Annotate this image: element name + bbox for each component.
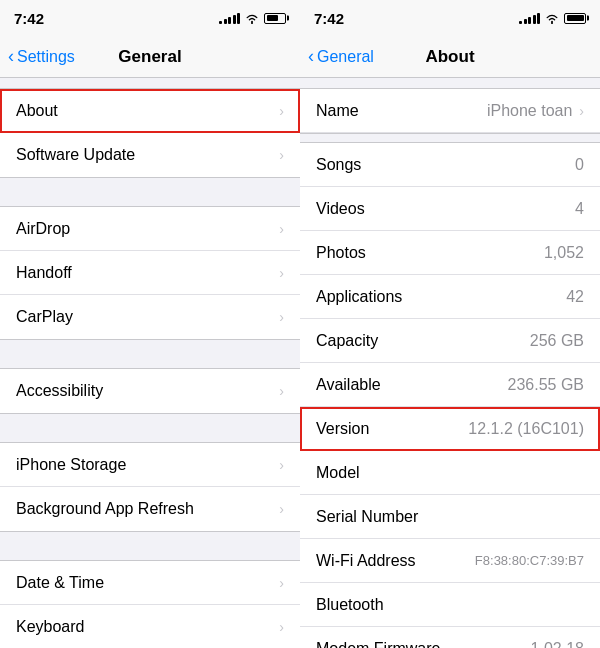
section-gap-5 (0, 532, 300, 560)
photos-value: 1,052 (544, 244, 584, 262)
videos-label: Videos (316, 200, 365, 218)
iphone-storage-label: iPhone Storage (16, 456, 126, 474)
background-app-refresh-label: Background App Refresh (16, 500, 194, 518)
left-back-label: Settings (17, 48, 75, 66)
back-chevron-icon: ‹ (8, 46, 14, 67)
applications-row: Applications 42 (300, 275, 600, 319)
date-time-row[interactable]: Date & Time › (0, 561, 300, 605)
videos-row: Videos 4 (300, 187, 600, 231)
date-time-chevron-icon: › (279, 575, 284, 591)
right-status-time: 7:42 (314, 10, 344, 27)
keyboard-chevron-icon: › (279, 619, 284, 635)
about-row[interactable]: About › (0, 89, 300, 133)
section-gap-1 (0, 78, 300, 88)
airdrop-chevron-icon: › (279, 221, 284, 237)
modem-firmware-label: Modem Firmware (316, 640, 440, 649)
left-status-bar: 7:42 (0, 0, 300, 36)
background-app-refresh-right: › (277, 501, 284, 517)
battery-icon (264, 13, 286, 24)
capacity-value: 256 GB (530, 332, 584, 350)
accessibility-chevron-icon: › (279, 383, 284, 399)
iphone-storage-row[interactable]: iPhone Storage › (0, 443, 300, 487)
videos-value: 4 (575, 200, 584, 218)
right-wifi-icon (545, 13, 559, 24)
name-chevron-icon: › (579, 103, 584, 119)
right-battery-icon (564, 13, 586, 24)
handoff-chevron-icon: › (279, 265, 284, 281)
serial-number-label: Serial Number (316, 508, 418, 526)
wifi-address-value: F8:38:80:C7:39:B7 (475, 553, 584, 568)
name-label: Name (316, 102, 359, 120)
keyboard-row[interactable]: Keyboard › (0, 605, 300, 648)
photos-label: Photos (316, 244, 366, 262)
bluetooth-label: Bluetooth (316, 596, 384, 614)
modem-firmware-value: 1.02.18 (531, 640, 584, 649)
name-right: iPhone toan › (487, 102, 584, 120)
accessibility-row[interactable]: Accessibility › (0, 369, 300, 413)
about-chevron-icon: › (279, 103, 284, 119)
applications-label: Applications (316, 288, 402, 306)
right-back-button[interactable]: ‹ General (308, 47, 374, 67)
software-update-row[interactable]: Software Update › (0, 133, 300, 177)
wifi-address-label: Wi-Fi Address (316, 552, 416, 570)
capacity-row: Capacity 256 GB (300, 319, 600, 363)
about-right: › (277, 103, 284, 119)
photos-row: Photos 1,052 (300, 231, 600, 275)
carplay-row[interactable]: CarPlay › (0, 295, 300, 339)
right-status-icons (519, 13, 586, 24)
section-group-1: About › Software Update › (0, 88, 300, 178)
wifi-address-row: Wi-Fi Address F8:38:80:C7:39:B7 (300, 539, 600, 583)
handoff-row[interactable]: Handoff › (0, 251, 300, 295)
left-back-button[interactable]: ‹ Settings (8, 47, 75, 67)
modem-firmware-row: Modem Firmware 1.02.18 (300, 627, 600, 648)
section-gap-2 (0, 178, 300, 206)
handoff-right: › (277, 265, 284, 281)
iphone-storage-right: › (277, 457, 284, 473)
name-value: iPhone toan (487, 102, 572, 120)
handoff-label: Handoff (16, 264, 72, 282)
wifi-icon (245, 13, 259, 24)
carplay-chevron-icon: › (279, 309, 284, 325)
section-group-2: AirDrop › Handoff › CarPlay › (0, 206, 300, 340)
about-label: About (16, 102, 58, 120)
about-separator (300, 133, 600, 143)
airdrop-row[interactable]: AirDrop › (0, 207, 300, 251)
model-row: Model (300, 451, 600, 495)
songs-value: 0 (575, 156, 584, 174)
right-nav-bar: ‹ General About (300, 36, 600, 78)
bluetooth-row: Bluetooth (300, 583, 600, 627)
version-label: Version (316, 420, 369, 438)
left-nav-title: General (118, 47, 181, 67)
available-row: Available 236.55 GB (300, 363, 600, 407)
carplay-label: CarPlay (16, 308, 73, 326)
capacity-label: Capacity (316, 332, 378, 350)
about-group: Name iPhone toan › Songs 0 Videos 4 Phot… (300, 88, 600, 648)
airdrop-right: › (277, 221, 284, 237)
serial-number-row: Serial Number (300, 495, 600, 539)
left-status-time: 7:42 (14, 10, 44, 27)
software-update-label: Software Update (16, 146, 135, 164)
section-gap-4 (0, 414, 300, 442)
section-group-4: iPhone Storage › Background App Refresh … (0, 442, 300, 532)
background-app-refresh-row[interactable]: Background App Refresh › (0, 487, 300, 531)
right-back-label: General (317, 48, 374, 66)
songs-label: Songs (316, 156, 361, 174)
right-nav-title: About (425, 47, 474, 67)
software-update-chevron-icon: › (279, 147, 284, 163)
iphone-storage-chevron-icon: › (279, 457, 284, 473)
left-settings-list: About › Software Update › AirDrop › (0, 78, 300, 648)
software-update-right: › (277, 147, 284, 163)
left-status-icons (219, 13, 286, 24)
background-app-refresh-chevron-icon: › (279, 501, 284, 517)
name-row[interactable]: Name iPhone toan › (300, 89, 600, 133)
right-back-chevron-icon: ‹ (308, 46, 314, 67)
section-group-5: Date & Time › Keyboard › Language & Regi… (0, 560, 300, 648)
date-time-right: › (277, 575, 284, 591)
accessibility-label: Accessibility (16, 382, 103, 400)
carplay-right: › (277, 309, 284, 325)
keyboard-label: Keyboard (16, 618, 85, 636)
left-nav-bar: ‹ Settings General (0, 36, 300, 78)
section-group-3: Accessibility › (0, 368, 300, 414)
available-label: Available (316, 376, 381, 394)
right-panel: 7:42 ‹ General (300, 0, 600, 648)
